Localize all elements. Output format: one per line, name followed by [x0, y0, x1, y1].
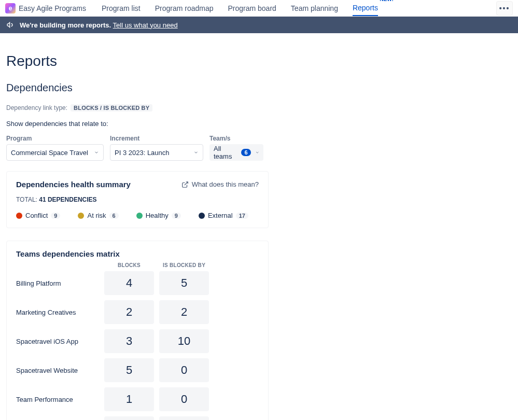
- blocked-cell[interactable]: 2: [159, 300, 209, 324]
- increment-select[interactable]: PI 3 2023: Launch: [110, 144, 203, 161]
- blocks-cell[interactable]: 1: [104, 387, 154, 411]
- chevron-down-icon: [193, 150, 199, 155]
- health-summary-card: Dependencies health summary What does th…: [6, 171, 269, 228]
- blocked-cell[interactable]: 10: [159, 329, 209, 353]
- announce-text: We're building more reports.: [20, 21, 111, 29]
- team-name: Team Performance: [16, 396, 99, 403]
- status-healthy: Healthy 9: [136, 212, 181, 219]
- new-badge: NEW!: [380, 0, 394, 2]
- megaphone-icon: [6, 21, 15, 29]
- status-name: Healthy: [146, 212, 169, 219]
- link-type-label: Dependency link type:: [6, 104, 67, 111]
- team-name: Billing Platform: [16, 279, 99, 287]
- nav-reports-label: Reports: [353, 4, 378, 12]
- help-link[interactable]: What does this mean?: [181, 180, 259, 188]
- brand-name: Easy Agile Programs: [19, 4, 86, 12]
- brand-logo-icon: e: [5, 3, 16, 13]
- total-value: 41 DEPENDENCIES: [39, 196, 96, 203]
- table-row: Teams In Space Program 21 10: [16, 416, 259, 420]
- table-row: Marketing Creatives 2 2: [16, 300, 259, 324]
- section-title: Dependencies: [6, 82, 512, 94]
- status-name: External: [208, 212, 233, 219]
- health-card-title: Dependencies health summary: [16, 180, 131, 189]
- dot-icon: [136, 213, 143, 219]
- team-name: Spacetravel iOS App: [16, 338, 99, 345]
- status-count: 9: [51, 213, 60, 219]
- nav-program-board[interactable]: Program board: [228, 1, 276, 16]
- relate-label: Show dependencies that relate to:: [6, 120, 512, 128]
- filter-teams: Team/s All teams 6: [209, 135, 263, 161]
- blocked-cell[interactable]: 0: [159, 358, 209, 382]
- col-blocks: BLOCKS: [104, 262, 154, 268]
- status-atrisk: At risk 6: [78, 212, 118, 219]
- blocks-cell[interactable]: 2: [104, 300, 154, 324]
- teams-count-badge: 6: [241, 149, 250, 156]
- program-select-value: Commercial Space Travel: [11, 149, 88, 157]
- teams-select-value: All teams: [214, 145, 237, 160]
- status-count: 9: [172, 213, 181, 219]
- matrix-card: Teams dependencies matrix BLOCKS IS BLOC…: [6, 241, 269, 420]
- filters: Program Commercial Space Travel Incremen…: [6, 135, 512, 161]
- svg-line-0: [184, 181, 187, 185]
- status-conflict: Conflict 9: [16, 212, 60, 219]
- announcement-bar: We're building more reports. Tell us wha…: [0, 17, 518, 33]
- team-name: Spacetravel Website: [16, 367, 99, 374]
- table-row: Billing Platform 4 5: [16, 271, 259, 295]
- blocked-cell[interactable]: 0: [159, 387, 209, 411]
- status-external: External 17: [199, 212, 248, 219]
- filter-increment: Increment PI 3 2023: Launch: [110, 135, 203, 161]
- program-select[interactable]: Commercial Space Travel: [6, 144, 104, 161]
- status-count: 17: [236, 213, 248, 219]
- filter-teams-label: Team/s: [209, 135, 263, 142]
- chevron-down-icon: [94, 150, 99, 155]
- blocked-cell[interactable]: 10: [159, 416, 209, 420]
- link-type-row: Dependency link type: BLOCKS / IS BLOCKE…: [6, 104, 512, 111]
- link-type-value: BLOCKS / IS BLOCKED BY: [71, 104, 152, 111]
- total-prefix: TOTAL:: [16, 196, 37, 203]
- nav-reports[interactable]: Reports NEW!: [353, 1, 378, 16]
- col-isblockedby: IS BLOCKED BY: [159, 262, 209, 268]
- help-link-text: What does this mean?: [192, 180, 259, 188]
- matrix-title: Teams dependencies matrix: [16, 249, 259, 258]
- more-icon: •••: [499, 4, 510, 12]
- content: Reports Dependencies Dependency link typ…: [0, 33, 518, 420]
- table-row: Spacetravel iOS App 3 10: [16, 329, 259, 353]
- nav-links: Program list Program roadmap Program boa…: [102, 1, 378, 16]
- team-name: Marketing Creatives: [16, 309, 99, 316]
- blocks-cell[interactable]: 5: [104, 358, 154, 382]
- announce-link[interactable]: Tell us what you need: [113, 21, 178, 29]
- dot-icon: [78, 213, 84, 219]
- teams-select[interactable]: All teams 6: [209, 144, 263, 161]
- status-name: At risk: [87, 212, 106, 219]
- chevron-down-icon: [255, 150, 259, 155]
- dot-icon: [16, 213, 22, 219]
- blocks-cell[interactable]: 4: [104, 271, 154, 295]
- blocked-cell[interactable]: 5: [159, 271, 209, 295]
- nav-program-list[interactable]: Program list: [102, 1, 141, 16]
- external-link-icon: [181, 181, 189, 188]
- blocks-cell[interactable]: 3: [104, 329, 154, 353]
- filter-program: Program Commercial Space Travel: [6, 135, 104, 161]
- nav-team-planning[interactable]: Team planning: [291, 1, 338, 16]
- blocks-cell[interactable]: 21: [104, 416, 154, 420]
- dot-icon: [199, 213, 205, 219]
- status-name: Conflict: [25, 212, 48, 219]
- matrix-header: BLOCKS IS BLOCKED BY: [16, 262, 259, 268]
- total-line: TOTAL: 41 DEPENDENCIES: [16, 196, 259, 203]
- table-row: Team Performance 1 0: [16, 387, 259, 411]
- top-nav: e Easy Agile Programs Program list Progr…: [0, 0, 518, 17]
- status-row: Conflict 9 At risk 6 Healthy 9 External …: [16, 212, 259, 219]
- table-row: Spacetravel Website 5 0: [16, 358, 259, 382]
- filter-increment-label: Increment: [110, 135, 203, 142]
- status-count: 6: [109, 213, 119, 219]
- nav-program-roadmap[interactable]: Program roadmap: [155, 1, 214, 16]
- filter-program-label: Program: [6, 135, 104, 142]
- more-menu-button[interactable]: •••: [496, 1, 513, 16]
- page-title: Reports: [6, 53, 512, 69]
- brand[interactable]: e Easy Agile Programs: [5, 3, 86, 13]
- increment-select-value: PI 3 2023: Launch: [115, 149, 170, 157]
